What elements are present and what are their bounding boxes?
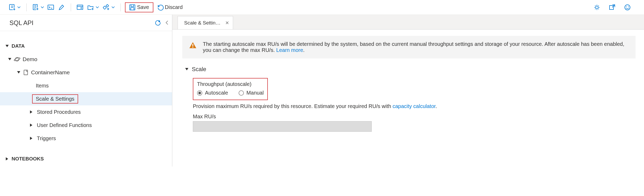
console-icon — [48, 4, 54, 11]
tree-triggers[interactable]: Triggers — [0, 132, 172, 145]
settings-button[interactable] — [592, 2, 602, 12]
toolbar-separator — [71, 3, 71, 11]
radio-label: Autoscale — [205, 90, 228, 96]
throughput-mode-group: Throughput (autoscale) Autoscale Manual — [193, 78, 268, 100]
database-label: Demo — [23, 56, 37, 62]
throughput-description: Provision maximum RU/s required by this … — [193, 103, 636, 109]
radio-autoscale[interactable]: Autoscale — [197, 90, 228, 96]
window-button[interactable] — [75, 2, 85, 12]
resource-tree-panel: SQL API DATA Demo — [0, 15, 172, 166]
document-add-icon — [32, 4, 39, 11]
banner-text: The starting autoscale max RU/s will be … — [203, 41, 629, 53]
tree-section-notebooks[interactable]: NOTEBOOKS — [0, 152, 172, 165]
discard-button[interactable]: Discard — [154, 2, 187, 12]
triangle-down-icon — [6, 45, 9, 47]
container-icon — [23, 70, 28, 75]
info-banner: The starting autoscale max RU/s will be … — [182, 36, 636, 58]
learn-more-link[interactable]: Learn more — [276, 47, 303, 53]
leaf-label: Scale & Settings — [32, 94, 78, 104]
radio-icon — [197, 90, 202, 96]
tree-database[interactable]: Demo — [0, 53, 172, 66]
window-icon — [77, 4, 84, 11]
throughput-title: Throughput (autoscale) — [197, 81, 264, 87]
warning-icon — [189, 42, 197, 50]
section-label: NOTEBOOKS — [12, 156, 44, 162]
triangle-down-icon — [17, 71, 20, 74]
tree-items[interactable]: Items — [0, 79, 172, 92]
tree-scale-settings[interactable]: Scale & Settings — [0, 92, 172, 105]
chevron-left-icon — [166, 21, 168, 25]
tree-container[interactable]: ContainerName — [0, 66, 172, 79]
chevron-down-icon — [112, 6, 115, 8]
chevron-down-icon — [17, 6, 21, 8]
max-ru-input[interactable] — [193, 121, 372, 132]
capacity-calculator-link[interactable]: capacity calculator — [393, 103, 435, 109]
open-folder-button[interactable] — [86, 2, 100, 12]
triangle-right-icon — [30, 137, 33, 140]
leaf-label: User Defined Functions — [37, 122, 92, 128]
save-icon — [129, 4, 135, 11]
undo-icon — [158, 4, 163, 10]
refresh-button[interactable] — [156, 18, 161, 28]
database-icon — [14, 56, 20, 62]
triangle-right-icon — [6, 157, 8, 160]
radio-icon — [239, 90, 244, 96]
gears-add-icon — [103, 4, 110, 11]
chevron-down-icon — [41, 6, 44, 8]
leaf-label: Items — [36, 83, 49, 89]
tree-section-data[interactable]: DATA — [0, 40, 172, 53]
tab-label: Scale & Settin… — [184, 20, 220, 26]
radio-manual[interactable]: Manual — [239, 90, 264, 96]
save-button[interactable]: Save — [125, 2, 153, 12]
open-external-icon — [609, 4, 615, 11]
leaf-label: Triggers — [37, 135, 56, 141]
container-add-icon — [9, 4, 16, 11]
feedback-button[interactable] — [622, 2, 632, 12]
chevron-down-icon — [96, 6, 99, 8]
toolbar-separator — [26, 3, 27, 11]
tab-strip: Scale & Settin… ✕ — [172, 15, 644, 30]
save-label: Save — [137, 4, 149, 10]
tree-udf[interactable]: User Defined Functions — [0, 119, 172, 132]
brush-icon — [58, 4, 65, 11]
new-item-button[interactable] — [31, 2, 46, 12]
toolbar: Save Discard — [0, 0, 644, 15]
triangle-down-icon — [8, 58, 11, 61]
triangle-right-icon — [30, 124, 33, 127]
leaf-label: Stored Procedures — [37, 109, 81, 115]
content-panel: Scale & Settin… ✕ The starting autoscale… — [172, 15, 644, 166]
max-ru-label: Max RU/s — [193, 114, 636, 120]
settings-add-button[interactable] — [101, 2, 116, 12]
radio-label: Manual — [246, 90, 264, 96]
section-title: Scale — [192, 66, 206, 73]
tab-scale-settings[interactable]: Scale & Settin… ✕ — [178, 16, 233, 29]
tree-stored-procedures[interactable]: Stored Procedures — [0, 105, 172, 119]
triangle-right-icon — [30, 110, 33, 114]
container-label: ContainerName — [31, 69, 70, 76]
panel-title: SQL API — [9, 19, 156, 27]
folder-add-icon — [87, 4, 94, 11]
discard-label: Discard — [165, 4, 183, 10]
gear-icon — [594, 4, 600, 11]
open-external-button[interactable] — [607, 2, 617, 12]
query-button[interactable] — [46, 2, 56, 12]
triangle-down-icon — [185, 68, 188, 71]
collapse-panel-button[interactable] — [166, 18, 168, 28]
refresh-icon — [156, 20, 161, 26]
toolbar-separator — [120, 3, 121, 11]
smile-icon — [624, 4, 631, 11]
scale-section-header[interactable]: Scale — [185, 66, 636, 73]
tab-close-button[interactable]: ✕ — [225, 20, 229, 26]
section-label: DATA — [12, 43, 25, 49]
clear-button[interactable] — [57, 2, 67, 12]
new-container-button[interactable] — [7, 2, 22, 12]
